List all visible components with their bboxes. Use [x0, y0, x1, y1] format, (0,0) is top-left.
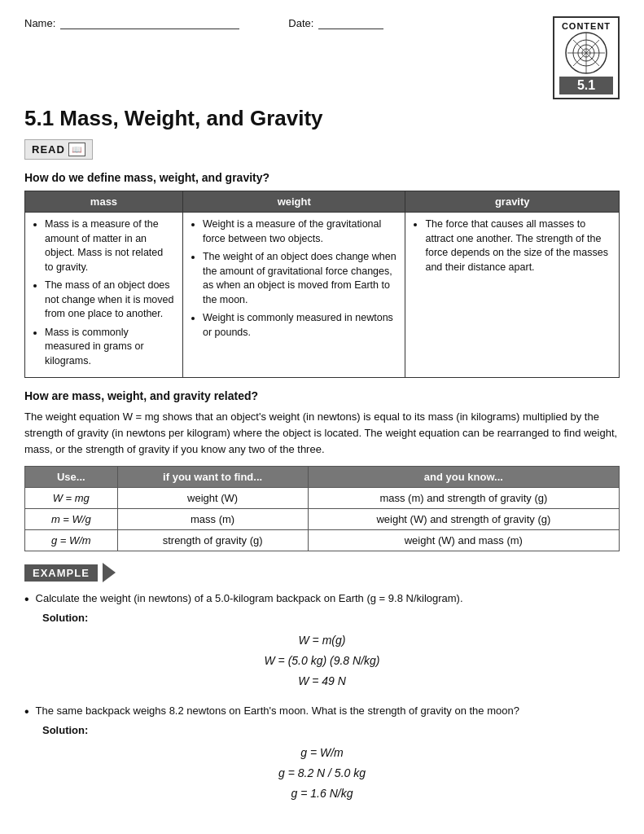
formula-col-use: Use... [25, 467, 118, 488]
bullet-dot: • [24, 705, 29, 718]
formula-row-0-col-1: weight (W) [117, 488, 308, 509]
col-header-mass: mass [25, 191, 183, 213]
name-label: Name: [24, 17, 55, 29]
nautilus-icon [564, 31, 608, 75]
examples-container: •Calculate the weight (in newtons) of a … [24, 590, 620, 804]
formula-row-2-col-1: strength of gravity (g) [117, 530, 308, 551]
example-label: EXAMPLE [24, 564, 98, 582]
name-underline[interactable] [60, 16, 239, 29]
formula-row-2-col-0: g = W/m [25, 530, 118, 551]
solution-label-0: Solution: [42, 612, 620, 624]
formula-table: Use... if you want to find... and you kn… [24, 466, 620, 551]
bullet-dot: • [24, 593, 29, 606]
weight-bullet-2: The weight of an object does change when… [203, 250, 397, 307]
gravity-cell: The force that causes all masses to attr… [405, 213, 620, 378]
formula-row-1-col-0: m = W/g [25, 509, 118, 530]
date-label: Date: [288, 17, 313, 29]
example-text: Calculate the weight (in newtons) of a 5… [36, 590, 463, 607]
definition-table: mass weight gravity Mass is a measure of… [24, 191, 620, 378]
header: Name: Date: CONTENT 5.1 [24, 16, 620, 99]
weight-cell: Weight is a measure of the gravitational… [182, 213, 405, 378]
col-header-weight: weight [182, 191, 405, 213]
weight-bullet-1: Weight is a measure of the gravitational… [203, 217, 397, 246]
formula-row-1-col-2: weight (W) and strength of gravity (g) [308, 509, 619, 530]
section1-question: How do we define mass, weight, and gravi… [24, 171, 620, 184]
content-label: CONTENT [562, 21, 611, 31]
example-text: The same backpack weighs 8.2 newtons on … [36, 703, 519, 719]
weight-bullet-3: Weight is commonly measured in newtons o… [203, 311, 397, 340]
mass-bullet-3: Mass is commonly measured in grams or ki… [45, 326, 174, 369]
math-line: g = W/m [24, 743, 620, 763]
section2-body: The weight equation W = mg shows that an… [24, 409, 620, 458]
example-arrow-icon [103, 563, 116, 582]
solution-label-1: Solution: [42, 724, 620, 736]
formula-col-find: if you want to find... [117, 467, 308, 488]
mass-bullet-1: Mass is a measure of the amount of matte… [45, 217, 174, 274]
formula-row-1-col-1: mass (m) [117, 509, 308, 530]
read-button[interactable]: READ 📖 [24, 139, 93, 160]
math-line: W = m(g) [24, 630, 620, 651]
header-fields: Name: Date: [24, 16, 383, 29]
math-line: g = 8.2 N / 5.0 kg [24, 763, 620, 784]
date-underline[interactable] [318, 16, 383, 29]
book-icon: 📖 [68, 143, 85, 156]
math-line: W = (5.0 kg) (9.8 N/kg) [24, 651, 620, 671]
math-line: W = 49 N [24, 671, 620, 691]
formula-row-0-col-0: W = mg [25, 488, 118, 509]
col-header-gravity: gravity [405, 191, 620, 213]
formula-row-2-col-2: weight (W) and mass (m) [308, 530, 619, 551]
example-bullet-0: •Calculate the weight (in newtons) of a … [24, 590, 620, 607]
page-title: 5.1 Mass, Weight, and Gravity [24, 106, 620, 131]
date-field: Date: [288, 16, 383, 29]
name-field: Name: [24, 16, 239, 29]
gravity-bullet-1: The force that causes all masses to attr… [425, 217, 611, 274]
math-line: g = 1.6 N/kg [24, 784, 620, 804]
example-bullet-1: •The same backpack weighs 8.2 newtons on… [24, 703, 620, 719]
formula-row-0-col-2: mass (m) and strength of gravity (g) [308, 488, 619, 509]
formula-col-know: and you know... [308, 467, 619, 488]
math-block-1: g = W/mg = 8.2 N / 5.0 kgg = 1.6 N/kg [24, 743, 620, 805]
content-number: 5.1 [559, 77, 613, 94]
content-badge: CONTENT 5.1 [553, 16, 620, 99]
read-label: READ [32, 143, 65, 156]
section2-question: How are mass, weight, and gravity relate… [24, 389, 620, 402]
example-header: EXAMPLE [24, 563, 620, 582]
mass-bullet-2: The mass of an object does not change wh… [45, 279, 174, 322]
read-section: READ 📖 [24, 139, 620, 160]
math-block-0: W = m(g)W = (5.0 kg) (9.8 N/kg)W = 49 N [24, 630, 620, 692]
mass-cell: Mass is a measure of the amount of matte… [25, 213, 183, 378]
